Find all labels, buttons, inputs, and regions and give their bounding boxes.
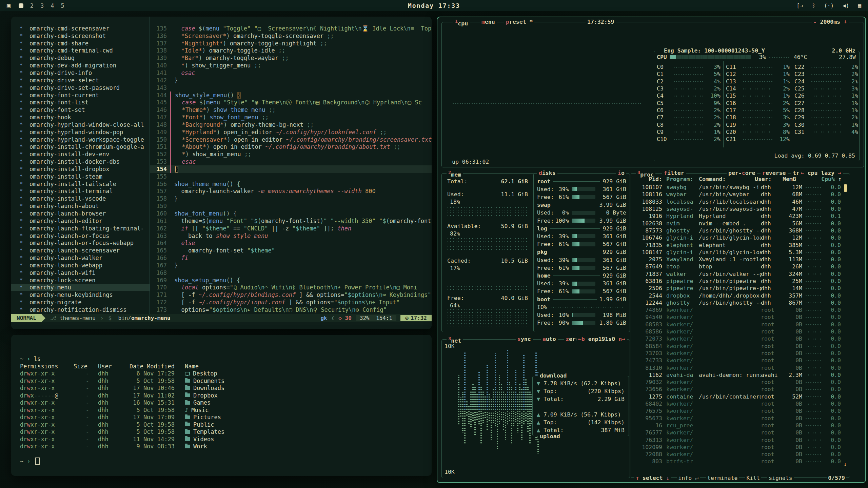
- terminal-window-shell[interactable]: ~›lsPermissionsSizeUserDate ModifiedName…: [11, 335, 432, 476]
- disks-title[interactable]: disks: [537, 170, 557, 176]
- file-item[interactable]: *omarchy-cmd-share: [11, 40, 150, 47]
- proc-scrollbar[interactable]: [844, 184, 847, 192]
- table-row[interactable]: drwxr-xr-x-dhh9 Nov 08:33Work: [20, 443, 426, 450]
- file-item[interactable]: *omarchy-font-list: [11, 99, 150, 106]
- file-item[interactable]: *omarchy-install-steam: [11, 173, 150, 180]
- file-item[interactable]: *omarchy-launch-webapp: [11, 262, 150, 269]
- code-line[interactable]: 165 omarchy-font-set "$theme": [150, 247, 432, 254]
- file-path[interactable]: $ bin/omarchy-menu: [108, 315, 170, 321]
- code-line[interactable]: 153 esac: [150, 158, 432, 165]
- process-row[interactable]: 68586kworker/root0B0.0: [634, 328, 841, 335]
- table-row[interactable]: drwxr-xr-x-dhh17 Nov 17:09Pictures: [20, 414, 426, 421]
- code-line[interactable]: 167}: [150, 262, 432, 269]
- process-row[interactable]: 95673kworker/root0B0.0: [634, 415, 841, 422]
- process-row[interactable]: 74733kworker/root0B0.0: [634, 357, 841, 364]
- file-item[interactable]: *omarchy-dev-add-migration: [11, 62, 150, 69]
- process-row[interactable]: 108116waybar/usr/bin/waybardhh68M0.0: [634, 191, 841, 198]
- preset-button[interactable]: preset *: [504, 19, 534, 25]
- code-line[interactable]: 140 *) show_trigger_menu ;;: [150, 62, 432, 69]
- mem-box-title[interactable]: 2mem: [447, 170, 463, 178]
- process-row[interactable]: 108033localsea/usr/lib/localsearch-exdhh…: [634, 198, 841, 205]
- code-line[interactable]: 164 else: [150, 239, 432, 247]
- bluetooth-icon[interactable]: ᛒ: [812, 2, 815, 9]
- file-item[interactable]: *omarchy-install-dev-env: [11, 150, 150, 158]
- file-item[interactable]: *omarchy-font-set: [11, 106, 150, 114]
- volume-icon[interactable]: ◀): [843, 2, 849, 9]
- process-list[interactable]: 108107swaybg/usr/bin/swaybg -i /homdhh12…: [634, 184, 841, 469]
- file-item[interactable]: *omarchy-cmd-terminal-cwd: [11, 47, 150, 55]
- net-box[interactable]: 3net sync auto zero ←b enp191s0 n→ 10K 1…: [441, 339, 630, 478]
- scroll-down-icon[interactable]: ↓: [844, 461, 847, 467]
- file-item[interactable]: *omarchy-debug: [11, 54, 150, 62]
- table-row[interactable]: drwxr-xr-x-dhh16 Nov 15:31Games: [20, 399, 426, 407]
- process-row[interactable]: 108125swayosd-/usr/bin/swayosd-serverdhh…: [634, 205, 841, 212]
- process-row[interactable]: 1275containe/usr/bin/containerdroot52M0.…: [634, 393, 841, 400]
- kill-key[interactable]: Kill: [745, 475, 761, 481]
- workspace-4[interactable]: 4: [51, 2, 54, 9]
- workspace-3[interactable]: 3: [40, 2, 44, 9]
- code-line[interactable]: 161 theme=$(menu "Font" "$(omarchy-font-…: [150, 217, 432, 225]
- code-line[interactable]: 137 *Nightlight*) omarchy-toggle-nightli…: [150, 40, 432, 47]
- file-item[interactable]: *omarchy-hyprland-window-pop: [11, 128, 150, 136]
- file-item[interactable]: *omarchy-drive-select: [11, 77, 150, 84]
- code-line[interactable]: 138 *Idle*) omarchy-toggle-idle ;;: [150, 47, 432, 55]
- process-row[interactable]: 108107swaybg/usr/bin/swaybg -i /homdhh12…: [634, 184, 841, 191]
- code-line[interactable]: 172 [ -f ~/.config/hypr/input.conf ] && …: [150, 299, 432, 306]
- code-line[interactable]: 146 *Theme*) show_theme_menu ;;: [150, 106, 432, 114]
- process-row[interactable]: 76577kworker/root0B0.0: [634, 429, 841, 436]
- file-item[interactable]: *omarchy-drive-info: [11, 69, 150, 77]
- file-item[interactable]: *omarchy-menu-keybindings: [11, 291, 150, 299]
- code-line[interactable]: 145 case $(menu "Style" "◉ Theme\nⒶ Font…: [150, 99, 432, 106]
- cpu-box-title[interactable]: 1cpu: [453, 19, 470, 27]
- code-line[interactable]: 160show_font_menu() {: [150, 210, 432, 217]
- file-item[interactable]: *omarchy-install-chromium-google-a: [11, 143, 150, 151]
- process-row[interactable]: 79032kworker/root0B0.0: [634, 379, 841, 386]
- file-item[interactable]: *omarchy-hyprland-window-close-all: [11, 121, 150, 128]
- table-row[interactable]: drwxr-xr-x-dhh5 Oct 19:58♪Music: [20, 406, 426, 414]
- process-row[interactable]: 102099kworker/root0B0.0: [634, 444, 841, 451]
- net-box-title[interactable]: 3net: [447, 336, 463, 344]
- workspace-2[interactable]: 2: [30, 2, 34, 9]
- process-row[interactable]: 87573ghostty/usr/bin/ghostty --gtk-dhh36…: [634, 227, 841, 234]
- code-line[interactable]: 143: [150, 84, 432, 92]
- file-item[interactable]: *omarchy-migrate: [11, 299, 150, 306]
- code-area[interactable]: 135 case $(menu "Toggle" "▢ Screensaver\…: [150, 25, 432, 321]
- file-item[interactable]: *omarchy-launch-floating-terminal-: [11, 225, 150, 232]
- process-row[interactable]: 1916HyprlandHyprlanddhh423M0.1: [634, 212, 841, 220]
- process-row[interactable]: 2506pipewire/usr/bin/pipewire-pulsedhh14…: [634, 285, 841, 292]
- clock[interactable]: Monday 17:33: [408, 2, 460, 9]
- process-row[interactable]: 76313kworker/root0B0.0: [634, 436, 841, 443]
- file-item[interactable]: *omarchy-launch-walker: [11, 254, 150, 262]
- table-row[interactable]: drwxr-xr-x-dhh5 Oct 19:58Templates: [20, 428, 426, 436]
- info-key[interactable]: info ↵: [677, 475, 700, 481]
- code-line[interactable]: 154}: [150, 165, 432, 173]
- code-line[interactable]: 163 back_to show_style_menu: [150, 232, 432, 240]
- code-line[interactable]: 136 *Screensaver*) omarchy-toggle-screen…: [150, 32, 432, 40]
- process-row[interactable]: 68584kworker/root0B0.0: [634, 343, 841, 350]
- process-row[interactable]: 1162avahi-daavahi-daemon: running [avahi…: [634, 371, 841, 379]
- signals-key[interactable]: signals: [767, 475, 794, 481]
- process-row[interactable]: 74869kworker/root0B0.0: [634, 306, 841, 313]
- code-line[interactable]: 155: [150, 173, 432, 180]
- table-row[interactable]: drwxr-xr-x-dhh11 Nov 14:29Videos: [20, 435, 426, 443]
- code-line[interactable]: 169show_setup_menu() {: [150, 277, 432, 284]
- code-line[interactable]: 150 *Screensaver*) open_in_editor ~/.con…: [150, 136, 432, 143]
- code-line[interactable]: 157 omarchy-launch-walker -m menus:omarc…: [150, 188, 432, 195]
- workspace-5[interactable]: 5: [61, 2, 64, 9]
- net-interface[interactable]: ←b enp191s0 n→: [576, 336, 627, 342]
- file-item[interactable]: *omarchy-install-terminal: [11, 188, 150, 195]
- process-row[interactable]: 102638nvimnvim --embed .dhh56M0.0: [634, 220, 841, 227]
- logout-icon[interactable]: [→: [796, 2, 803, 9]
- code-line[interactable]: 144show_style_menu() {: [150, 92, 432, 99]
- code-line[interactable]: 142}: [150, 77, 432, 84]
- file-item[interactable]: *omarchy-install-docker-dbs: [11, 158, 150, 165]
- file-item[interactable]: *omarchy-cmd-screenshot: [11, 32, 150, 40]
- file-item[interactable]: *omarchy-launch-or-focus-webapp: [11, 239, 150, 247]
- proc-header[interactable]: Pid: Program: Command: User: MemB Cpu% ↑: [634, 176, 841, 183]
- cpu-box[interactable]: 1cpu menu preset * 17:32:59 - 2000ms + u…: [441, 22, 864, 167]
- code-line[interactable]: 152 *) show_main_menu ;;: [150, 150, 432, 158]
- file-item[interactable]: *omarchy-launch-browser: [11, 210, 150, 217]
- cpu-icon[interactable]: ▦: [858, 2, 861, 9]
- code-line[interactable]: 173 options="$options\n▸ Defaults\n▢ DNS…: [150, 306, 432, 313]
- menu-button[interactable]: menu: [480, 19, 497, 25]
